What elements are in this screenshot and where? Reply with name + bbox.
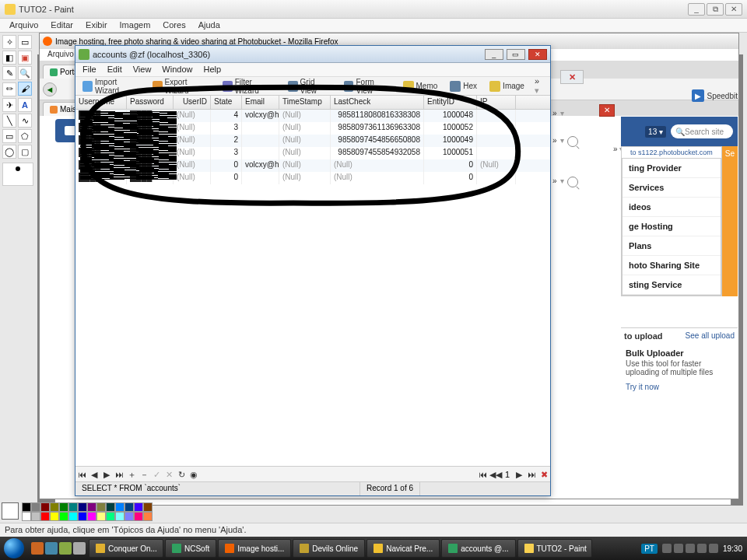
cell[interactable]: (Null) [279,110,331,122]
chevron-icon[interactable]: » [552,177,557,187]
cell[interactable]: (Null) [279,172,331,184]
tool-line[interactable]: ╲ [2,114,16,128]
page-last[interactable]: ⏭ [525,469,538,480]
col-header-password[interactable]: Password [127,96,174,109]
color-swatch[interactable] [22,502,31,512]
tool-ellipse[interactable]: ◯ [2,145,16,159]
menu-editar[interactable]: Editar [44,19,79,32]
tb-export-wizard[interactable]: Export Wizard [147,79,216,93]
color-swatch[interactable] [22,512,31,521]
cell[interactable] [477,110,516,122]
back-button[interactable]: ◄ [43,82,57,96]
color-swatch[interactable] [78,512,87,521]
tool-freeform-select[interactable]: ✧ [2,35,16,49]
color-swatch[interactable] [50,512,59,521]
cell[interactable]: (Null) [174,172,211,184]
menu-cores[interactable]: Cores [156,19,191,32]
tb-memo[interactable]: Memo [398,79,444,93]
color-swatch[interactable] [134,502,143,512]
tool-polygon[interactable]: ⬠ [18,129,32,143]
color-swatch[interactable] [115,512,124,521]
color-swatch[interactable] [96,502,106,512]
navicat-titlebar[interactable]: accounts @zf (localhost_3306) _ ▭ ✕ [75,46,550,63]
color-swatch[interactable] [68,502,78,512]
color-swatch[interactable] [124,512,134,521]
tool-zoom[interactable]: 🔍 [18,66,32,80]
menu-imagem[interactable]: Imagem [114,19,157,32]
rec-del[interactable]: － [138,469,150,480]
rec-last[interactable]: ⏭ [113,469,125,480]
cell[interactable]: 1000048 [424,110,477,122]
color-swatch[interactable] [134,512,143,521]
cell[interactable]: (Null) [174,122,211,135]
col-header-entityid[interactable]: EntityID [424,96,477,109]
cell[interactable] [242,135,279,147]
pb-link[interactable]: Plans [622,236,721,256]
tool-text[interactable]: A [18,98,32,112]
color-swatch[interactable] [40,512,50,521]
col-header-lastcheck[interactable]: LastCheck [331,96,424,109]
tray-icon[interactable] [697,544,707,553]
close-button[interactable]: ✕ [528,49,547,60]
cell[interactable]: 0 [424,172,477,184]
cell[interactable] [242,147,279,159]
pb-link[interactable]: sting Service [622,275,721,295]
cell[interactable]: 0 [211,172,242,184]
nv-menu-view[interactable]: View [128,63,157,76]
pb-link[interactable]: ideos [622,198,721,217]
close-button[interactable]: ✕ [725,3,742,16]
pinned-app[interactable] [59,542,72,555]
color-swatch[interactable] [106,502,115,512]
pinned-app[interactable] [73,542,86,555]
color-swatch[interactable] [87,512,96,521]
rec-edit[interactable]: ✓ [150,469,163,480]
cell[interactable]: 3 [211,122,242,135]
menu-arquivo[interactable]: Arquivo [3,19,44,32]
cell[interactable] [242,172,279,184]
chevron-icon[interactable]: » [552,109,557,117]
cell[interactable]: (Null) [174,147,211,159]
tray-icon[interactable] [709,544,718,553]
taskbar-item[interactable]: Conquer On... [89,539,163,558]
nv-menu-file[interactable]: File [77,63,102,76]
tray-icon[interactable] [686,544,695,553]
cell[interactable]: (Null) [174,159,211,172]
cell[interactable] [477,172,516,184]
color-swatch[interactable] [40,502,50,512]
speedbit-icon[interactable]: ▶ [692,89,704,102]
cell[interactable] [477,135,516,147]
rec-add[interactable]: ＋ [125,469,138,480]
tool-airbrush[interactable]: ✈ [2,98,16,112]
cell[interactable] [242,122,279,135]
menu-ajuda[interactable]: Ajuda [192,19,226,32]
cell[interactable]: 0 [211,159,242,172]
color-swatch[interactable] [31,512,40,521]
rec-refresh[interactable]: ↻ [175,469,188,480]
cell[interactable]: (Null) [279,159,331,172]
cell[interactable]: 3 [211,147,242,159]
tb-import-wizard[interactable]: Import Wizard [77,79,146,93]
pb-search-input[interactable]: 🔍 Search site [671,124,733,138]
pinned-app[interactable] [31,542,44,555]
col-header-ip[interactable]: IP [477,96,516,109]
cell[interactable]: (Null) [331,159,424,172]
color-swatch[interactable] [68,512,78,521]
nv-menu-window[interactable]: Window [156,63,198,76]
page-prev[interactable]: ◀◀ [489,469,502,480]
pb-link[interactable]: ge Hosting [622,217,721,236]
taskbar-item[interactable]: TUTO2 - Paint [517,539,592,558]
minimize-button[interactable]: _ [485,49,503,60]
tool-roundrect[interactable]: ▢ [18,145,32,159]
cell[interactable]: 9858097361136963308 [331,122,424,135]
pb-sublink[interactable]: to s1122.photobucket.com [622,147,721,158]
col-header-username[interactable]: Username [75,96,127,109]
color-swatch[interactable] [59,512,68,521]
color-swatch[interactable] [50,502,59,512]
tb-image[interactable]: Image [484,79,530,93]
taskbar-item[interactable]: Navicat Pre... [366,539,440,558]
panel-close-button[interactable]: ✕ [599,104,615,117]
tool-eraser[interactable]: ◧ [2,51,16,65]
page-stop[interactable]: ✖ [538,469,550,480]
cell[interactable] [477,147,516,159]
col-header-userid[interactable]: UserID [174,96,211,109]
